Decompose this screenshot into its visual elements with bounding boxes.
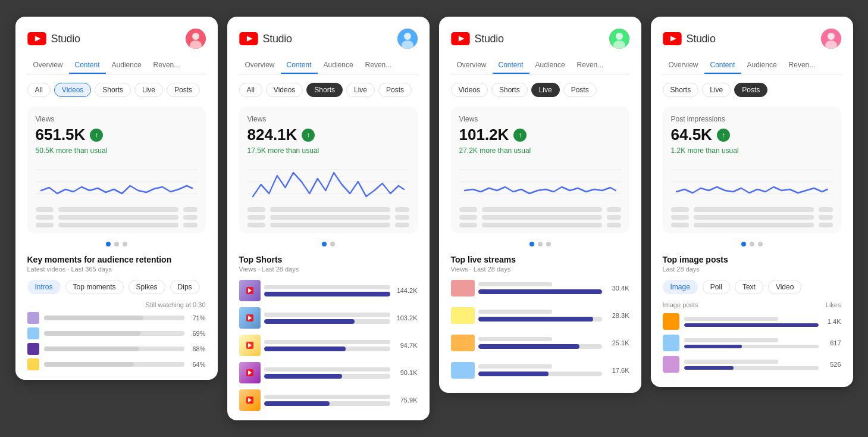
dot-1 bbox=[330, 242, 335, 246]
avatar[interactable] bbox=[186, 29, 206, 49]
sub-tab-intros[interactable]: Intros bbox=[27, 280, 61, 294]
ret-pct-2: 68% bbox=[189, 345, 206, 352]
avatar[interactable] bbox=[397, 29, 418, 49]
chip-live[interactable]: Live bbox=[531, 83, 560, 97]
section-content: Top live streams Views · Last 28 days 30… bbox=[451, 255, 629, 383]
post-bar-content-2 bbox=[684, 360, 819, 370]
avatar[interactable] bbox=[609, 29, 629, 49]
post-tab-video[interactable]: Video bbox=[768, 280, 801, 294]
logo-area: Studio bbox=[239, 32, 292, 45]
nav-tab-overview[interactable]: Overview bbox=[451, 57, 493, 74]
live-bar-value-3: 17.6K bbox=[606, 367, 629, 374]
nav-tab-reven[interactable]: Reven... bbox=[359, 57, 398, 74]
section-sub: Views · Last 28 days bbox=[451, 266, 629, 273]
metric-value-row: 64.5K ↑ bbox=[671, 126, 833, 144]
metric-value: 651.5K bbox=[36, 126, 86, 144]
nav-tabs: OverviewContentAudienceReven... bbox=[239, 57, 418, 74]
yt-logo bbox=[27, 32, 46, 45]
section-sub: Latest videos · Last 365 days bbox=[27, 266, 206, 273]
svg-point-3 bbox=[192, 33, 199, 40]
chip-all[interactable]: All bbox=[239, 83, 262, 97]
shorts-thumb-3 bbox=[239, 362, 261, 383]
section-sub: Last 28 days bbox=[663, 266, 841, 273]
nav-tab-reven[interactable]: Reven... bbox=[571, 57, 610, 74]
post-col-headers: Image posts Likes bbox=[663, 301, 841, 308]
section-title: Top live streams bbox=[451, 255, 629, 264]
shorts-bar-content-4 bbox=[264, 395, 390, 406]
chart-area bbox=[247, 161, 409, 202]
chip-live[interactable]: Live bbox=[702, 83, 731, 97]
live-thumb-0 bbox=[451, 280, 475, 296]
metric-arrow-icon: ↑ bbox=[513, 129, 527, 142]
studio-label: Studio bbox=[263, 33, 292, 45]
shorts-bar-value-0: 144.2K bbox=[394, 287, 418, 294]
play-badge-4 bbox=[246, 397, 253, 404]
card-header: Studio bbox=[27, 29, 206, 49]
nav-tab-overview[interactable]: Overview bbox=[663, 57, 704, 74]
color-block-0 bbox=[27, 312, 39, 324]
yt-logo bbox=[451, 32, 470, 45]
shorts-bar-content-3 bbox=[264, 367, 390, 379]
chip-shorts[interactable]: Shorts bbox=[306, 83, 343, 97]
post-row-0: 1.4K bbox=[663, 313, 841, 330]
post-thumb-0 bbox=[663, 313, 679, 330]
nav-tab-overview[interactable]: Overview bbox=[27, 57, 69, 74]
live-thumb-1 bbox=[451, 307, 475, 324]
chip-videos[interactable]: Videos bbox=[266, 83, 303, 97]
dot-0 bbox=[322, 242, 327, 246]
nav-tabs: OverviewContentAudienceReven... bbox=[451, 57, 629, 74]
logo-area: Studio bbox=[451, 32, 504, 45]
nav-tab-audience[interactable]: Audience bbox=[318, 57, 359, 74]
nav-tab-content[interactable]: Content bbox=[69, 57, 106, 74]
metric-sub: 1.2K more than usual bbox=[671, 146, 833, 155]
post-tab-poll[interactable]: Poll bbox=[703, 280, 730, 294]
chip-live[interactable]: Live bbox=[134, 83, 163, 97]
metrics-section: Views 651.5K ↑ 50.5K more than usual bbox=[27, 107, 206, 233]
nav-tab-content[interactable]: Content bbox=[493, 57, 529, 74]
live-bar-value-1: 28.3K bbox=[606, 312, 629, 319]
chip-shorts[interactable]: Shorts bbox=[663, 83, 699, 97]
avatar[interactable] bbox=[821, 29, 841, 49]
post-value-1: 617 bbox=[823, 339, 841, 347]
chip-videos[interactable]: Videos bbox=[451, 83, 488, 97]
nav-tab-audience[interactable]: Audience bbox=[741, 57, 783, 74]
post-tab-text[interactable]: Text bbox=[735, 280, 763, 294]
shorts-bar-value-1: 103.2K bbox=[394, 314, 418, 321]
nav-tab-audience[interactable]: Audience bbox=[106, 57, 148, 74]
card-card-videos: Studio OverviewContentAudienceReven... A… bbox=[15, 17, 218, 380]
nav-tab-reven[interactable]: Reven... bbox=[148, 57, 186, 74]
svg-point-24 bbox=[616, 33, 623, 40]
ret-pct-3: 64% bbox=[189, 361, 206, 368]
sub-tab-top-moments[interactable]: Top moments bbox=[65, 280, 124, 294]
metric-arrow-icon: ↑ bbox=[90, 129, 103, 142]
nav-tab-content[interactable]: Content bbox=[281, 57, 318, 74]
sub-tab-spikes[interactable]: Spikes bbox=[129, 280, 165, 294]
svg-marker-18 bbox=[248, 343, 252, 348]
chip-live[interactable]: Live bbox=[346, 83, 375, 97]
filter-chips: VideosShortsLivePosts bbox=[451, 83, 629, 97]
post-bar-content-1 bbox=[684, 338, 819, 348]
shorts-bar-row-1: 103.2K bbox=[239, 307, 418, 329]
retention-row-2: 68% bbox=[27, 343, 206, 355]
chip-posts[interactable]: Posts bbox=[378, 83, 412, 97]
nav-tab-audience[interactable]: Audience bbox=[529, 57, 571, 74]
chip-shorts[interactable]: Shorts bbox=[95, 83, 131, 97]
chip-posts[interactable]: Posts bbox=[167, 83, 200, 97]
chip-posts[interactable]: Posts bbox=[734, 83, 767, 97]
nav-tab-overview[interactable]: Overview bbox=[239, 57, 281, 74]
live-bar-value-0: 30.4K bbox=[606, 285, 629, 292]
nav-tab-content[interactable]: Content bbox=[704, 57, 741, 74]
nav-tab-reven[interactable]: Reven... bbox=[783, 57, 822, 74]
post-row-1: 617 bbox=[663, 335, 841, 351]
post-tab-image[interactable]: Image bbox=[663, 280, 698, 294]
card-header: Studio bbox=[663, 29, 841, 49]
live-bar-value-2: 25.1K bbox=[606, 339, 629, 347]
chip-shorts[interactable]: Shorts bbox=[491, 83, 528, 97]
chip-videos[interactable]: Videos bbox=[54, 83, 91, 97]
chip-posts[interactable]: Posts bbox=[563, 83, 597, 97]
dots-indicator bbox=[239, 242, 418, 246]
shorts-bar-row-3: 90.1K bbox=[239, 362, 418, 383]
shorts-thumb-0 bbox=[239, 280, 261, 301]
chip-all[interactable]: All bbox=[27, 83, 51, 97]
sub-tab-dips[interactable]: Dips bbox=[170, 280, 200, 294]
